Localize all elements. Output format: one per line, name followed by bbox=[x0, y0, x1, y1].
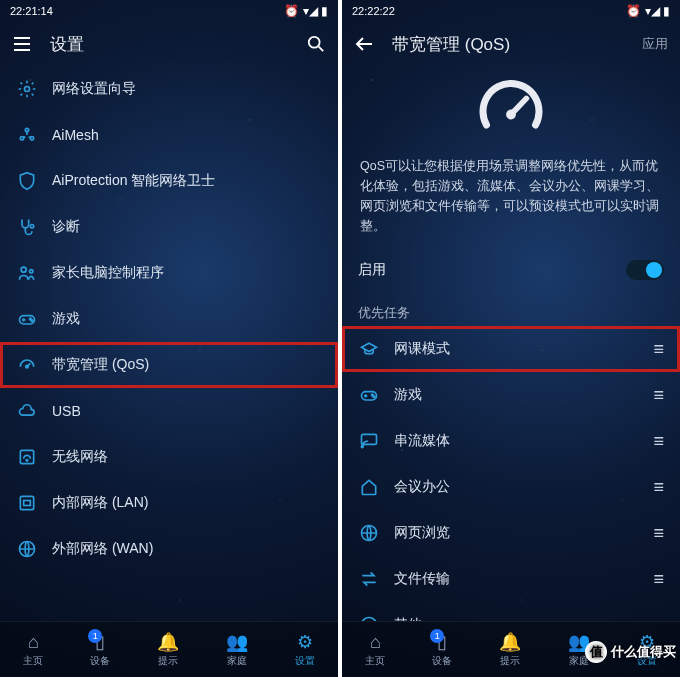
drag-handle-icon[interactable]: ≡ bbox=[653, 385, 664, 406]
item-label: 无线网络 bbox=[52, 448, 108, 466]
svg-point-4 bbox=[30, 137, 33, 140]
menu-icon[interactable] bbox=[12, 34, 32, 54]
sidebar-item-game[interactable]: 游戏 bbox=[0, 296, 338, 342]
nav-devices[interactable]: 1▯设备 bbox=[432, 631, 452, 668]
sidebar-item-wireless[interactable]: 无线网络 bbox=[0, 434, 338, 480]
priority-section-label: 优先任务 bbox=[342, 290, 680, 326]
family-icon: 👥 bbox=[226, 631, 248, 653]
search-icon[interactable] bbox=[306, 34, 326, 54]
svg-rect-14 bbox=[20, 496, 33, 509]
header: 设置 bbox=[0, 22, 338, 66]
nav-settings[interactable]: ⚙设置 bbox=[295, 631, 315, 668]
drag-handle-icon[interactable]: ≡ bbox=[653, 477, 664, 498]
item-label: 内部网络 (LAN) bbox=[52, 494, 148, 512]
item-label: 网络设置向导 bbox=[52, 80, 136, 98]
bell-icon: 🔔 bbox=[157, 631, 179, 653]
sidebar-item-usb[interactable]: USB bbox=[0, 388, 338, 434]
phone-right: 22:22:22 ⏰ ▾◢ ▮ 带宽管理 (QoS) 应用 QoS可以让您根据使… bbox=[342, 0, 680, 677]
task-label: 会议办公 bbox=[394, 478, 450, 496]
svg-point-11 bbox=[26, 365, 29, 368]
sidebar-item-wan[interactable]: 外部网络 (WAN) bbox=[0, 526, 338, 572]
nav-family[interactable]: 👥家庭 bbox=[226, 631, 248, 668]
task-label: 文件传输 bbox=[394, 570, 450, 588]
gear-icon bbox=[16, 78, 38, 100]
phone-left: 22:21:14 ⏰ ▾◢ ▮ 设置 网络设置向导 AiMesh AiProte… bbox=[0, 0, 338, 677]
sidebar-item-aiprotection[interactable]: AiProtection 智能网络卫士 bbox=[0, 158, 338, 204]
apply-button[interactable]: 应用 bbox=[642, 35, 668, 53]
item-label: 带宽管理 (QoS) bbox=[52, 356, 149, 374]
home-icon bbox=[358, 476, 380, 498]
task-item-online-class[interactable]: 网课模式 ≡ bbox=[342, 326, 680, 372]
drag-handle-icon[interactable]: ≡ bbox=[653, 431, 664, 452]
svg-point-6 bbox=[21, 267, 26, 272]
cloud-icon bbox=[16, 400, 38, 422]
home-icon: ⌂ bbox=[370, 632, 381, 653]
header: 带宽管理 (QoS) 应用 bbox=[342, 22, 680, 66]
status-icons: ⏰ ▾◢ ▮ bbox=[626, 4, 670, 18]
status-icons: ⏰ ▾◢ ▮ bbox=[284, 4, 328, 18]
task-label: 网页浏览 bbox=[394, 524, 450, 542]
cast-icon bbox=[358, 430, 380, 452]
globe-icon bbox=[16, 538, 38, 560]
svg-point-7 bbox=[30, 270, 33, 273]
enable-label: 启用 bbox=[358, 261, 386, 279]
gamepad-icon bbox=[16, 308, 38, 330]
svg-point-10 bbox=[31, 320, 33, 322]
page-title: 设置 bbox=[50, 33, 288, 56]
nav-home[interactable]: ⌂主页 bbox=[23, 632, 43, 668]
sidebar-item-network-wizard[interactable]: 网络设置向导 bbox=[0, 66, 338, 112]
settings-list: 网络设置向导 AiMesh AiProtection 智能网络卫士 诊断 家长电… bbox=[0, 66, 338, 621]
item-label: 游戏 bbox=[52, 310, 80, 328]
statusbar: 22:21:14 ⏰ ▾◢ ▮ bbox=[0, 0, 338, 22]
nav-devices[interactable]: 1▯设备 bbox=[90, 631, 110, 668]
sidebar-item-diagnose[interactable]: 诊断 bbox=[0, 204, 338, 250]
gauge-icon bbox=[16, 354, 38, 376]
task-item-streaming[interactable]: 串流媒体 ≡ bbox=[342, 418, 680, 464]
drag-handle-icon[interactable]: ≡ bbox=[653, 339, 664, 360]
svg-point-17 bbox=[506, 110, 516, 120]
item-label: AiProtection 智能网络卫士 bbox=[52, 172, 215, 190]
sidebar-item-parental[interactable]: 家长电脑控制程序 bbox=[0, 250, 338, 296]
nav-alerts[interactable]: 🔔提示 bbox=[499, 631, 521, 668]
sidebar-item-aimesh[interactable]: AiMesh bbox=[0, 112, 338, 158]
qos-description: QoS可以让您根据使用场景调整网络优先性，从而优化体验，包括游戏、流媒体、会议办… bbox=[358, 156, 664, 244]
watermark-badge-icon: 值 bbox=[585, 641, 607, 663]
bell-icon: 🔔 bbox=[499, 631, 521, 653]
svg-point-0 bbox=[309, 37, 320, 48]
task-item-game[interactable]: 游戏 ≡ bbox=[342, 372, 680, 418]
stethoscope-icon bbox=[16, 216, 38, 238]
item-label: AiMesh bbox=[52, 127, 99, 143]
watermark: 值 什么值得买 bbox=[585, 641, 676, 663]
svg-point-22 bbox=[362, 446, 364, 448]
gear-icon: ⚙ bbox=[297, 631, 313, 653]
svg-point-3 bbox=[20, 137, 23, 140]
drag-handle-icon[interactable]: ≡ bbox=[653, 523, 664, 544]
svg-point-20 bbox=[373, 396, 375, 398]
gauge-icon bbox=[476, 76, 546, 146]
svg-point-2 bbox=[25, 128, 28, 131]
mesh-icon bbox=[16, 124, 38, 146]
status-time: 22:21:14 bbox=[10, 5, 53, 17]
home-icon: ⌂ bbox=[28, 632, 39, 653]
sidebar-item-qos[interactable]: 带宽管理 (QoS) bbox=[0, 342, 338, 388]
statusbar: 22:22:22 ⏰ ▾◢ ▮ bbox=[342, 0, 680, 22]
drag-handle-icon[interactable]: ≡ bbox=[653, 569, 664, 590]
back-icon[interactable] bbox=[354, 34, 374, 54]
watermark-text: 什么值得买 bbox=[611, 643, 676, 661]
item-label: 诊断 bbox=[52, 218, 80, 236]
sidebar-item-lan[interactable]: 内部网络 (LAN) bbox=[0, 480, 338, 526]
svg-point-5 bbox=[30, 225, 33, 228]
task-label: 游戏 bbox=[394, 386, 422, 404]
enable-toggle[interactable] bbox=[626, 260, 664, 280]
svg-point-13 bbox=[26, 460, 28, 462]
task-label: 网课模式 bbox=[394, 340, 450, 358]
task-item-browsing[interactable]: 网页浏览 ≡ bbox=[342, 510, 680, 556]
task-item-file-transfer[interactable]: 文件传输 ≡ bbox=[342, 556, 680, 602]
status-time: 22:22:22 bbox=[352, 5, 395, 17]
qos-content: QoS可以让您根据使用场景调整网络优先性，从而优化体验，包括游戏、流媒体、会议办… bbox=[342, 66, 680, 621]
nav-alerts[interactable]: 🔔提示 bbox=[157, 631, 179, 668]
nav-home[interactable]: ⌂主页 bbox=[365, 632, 385, 668]
task-item-meeting[interactable]: 会议办公 ≡ bbox=[342, 464, 680, 510]
task-item-other[interactable]: 其他 ≡ bbox=[342, 602, 680, 621]
svg-point-1 bbox=[25, 87, 30, 92]
